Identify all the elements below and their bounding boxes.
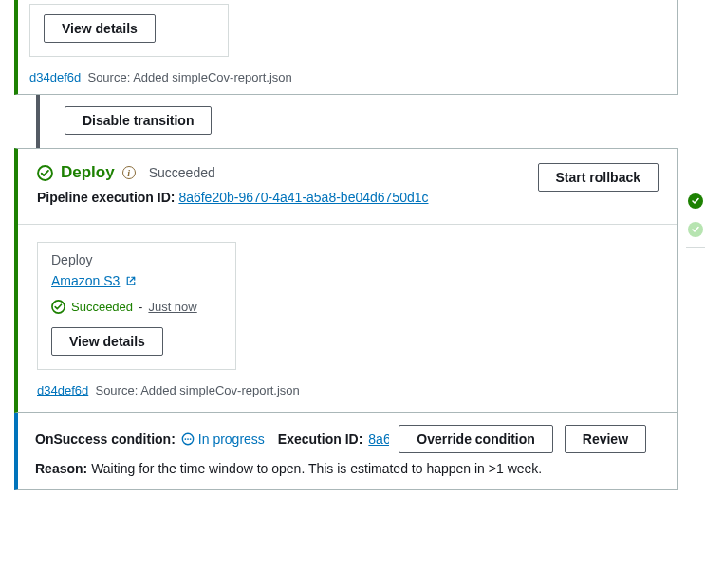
in-progress-icon [181, 432, 195, 446]
status-badge-icon [688, 193, 703, 209]
exec-label: Pipeline execution ID: [37, 190, 175, 205]
view-details-button[interactable]: View details [44, 14, 156, 43]
commit-row: d34def6d Source: Added simpleCov-report.… [37, 383, 659, 397]
review-button[interactable]: Review [565, 425, 646, 453]
check-circle-icon [51, 300, 65, 314]
separator: - [139, 300, 142, 314]
exec-id-link[interactable]: 8a6fe20b-9670-4a41-a5a8-be04d6750d1c [368, 432, 389, 447]
transition-zone: Disable transition [36, 95, 705, 148]
execution-id-link[interactable]: 8a6fe20b-9670-4a41-a5a8-be04d6750d1c [178, 190, 428, 205]
reason-label: Reason: [35, 461, 87, 476]
commit-message: Source: Added simpleCov-report.json [87, 70, 291, 84]
stage-status: Succeeded [149, 165, 215, 180]
deploy-action-card: Deploy Amazon S3 Succeeded - Just now Vi… [37, 242, 236, 370]
reason-text: Waiting for the time window to open. Thi… [91, 461, 542, 476]
override-condition-button[interactable]: Override condition [399, 425, 552, 453]
commit-link[interactable]: d34def6d [37, 383, 88, 397]
svg-point-4 [187, 438, 189, 440]
action-time[interactable]: Just now [148, 300, 196, 314]
disable-transition-button[interactable]: Disable transition [65, 106, 212, 135]
start-rollback-button[interactable]: Start rollback [538, 163, 659, 192]
status-badge-icon [688, 222, 703, 237]
commit-row: d34def6d Source: Added simpleCov-report.… [29, 70, 666, 84]
view-details-button[interactable]: View details [51, 327, 163, 356]
action-status: Succeeded [71, 300, 133, 314]
side-indicators [686, 190, 705, 248]
check-circle-icon [37, 165, 53, 181]
info-icon[interactable]: i [122, 166, 136, 179]
execution-id-row: Pipeline execution ID: 8a6fe20b-9670-4a4… [37, 190, 429, 205]
deploy-stage: Deploy i Succeeded Pipeline execution ID… [14, 148, 678, 413]
commit-message: Source: Added simpleCov-report.json [95, 383, 299, 397]
divider [18, 224, 677, 225]
onsuccess-condition: OnSuccess condition: In progress Executi… [14, 413, 678, 490]
commit-link[interactable]: d34def6d [29, 70, 81, 84]
transition-bar [36, 95, 40, 148]
provider-link[interactable]: Amazon S3 [51, 273, 120, 288]
stage-name: Deploy [61, 163, 115, 182]
svg-point-5 [190, 438, 192, 440]
svg-point-3 [184, 438, 186, 440]
exec-id-label: Execution ID: [278, 432, 362, 447]
condition-status: In progress [181, 432, 265, 447]
external-link-icon [125, 275, 137, 286]
action-card: View details [29, 4, 229, 57]
action-title: Deploy [51, 252, 222, 267]
condition-label: OnSuccess condition: [35, 432, 176, 447]
source-stage-bottom: View details d34def6d Source: Added simp… [14, 0, 678, 95]
